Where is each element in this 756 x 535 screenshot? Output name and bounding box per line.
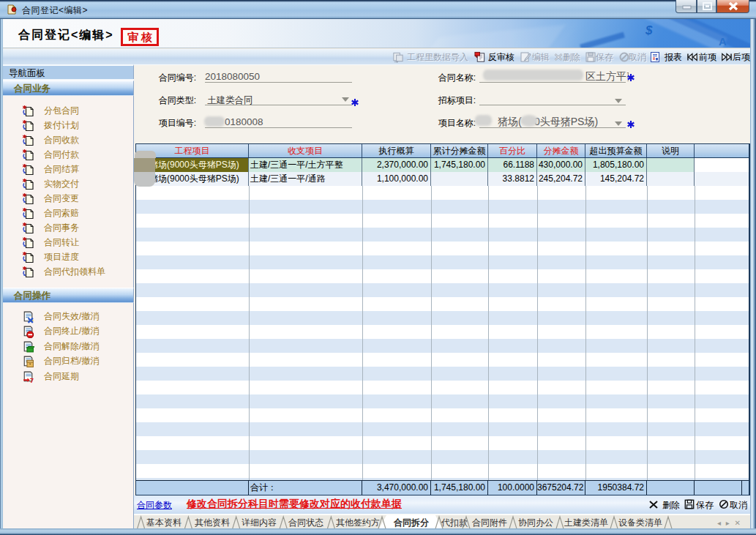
svg-text:7: 7 — [30, 376, 34, 384]
